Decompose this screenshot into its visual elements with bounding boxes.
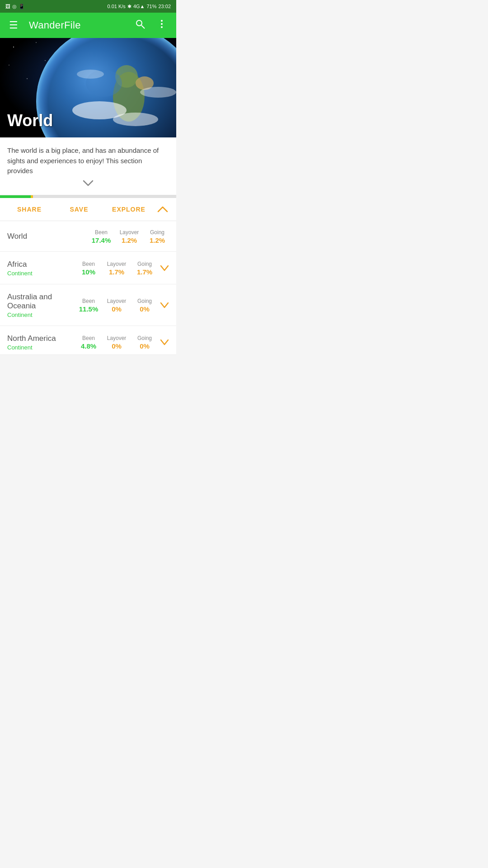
africa-sub: Continent bbox=[7, 270, 77, 277]
svg-point-8 bbox=[36, 42, 37, 43]
stats-row-world: World Been 17.4% Layover 1.2% Going 1.2% bbox=[0, 221, 176, 252]
world-been-label: Been bbox=[89, 229, 113, 236]
africa-name: Africa bbox=[7, 260, 77, 269]
progress-bar-layover bbox=[31, 195, 33, 198]
save-button[interactable]: SAVE bbox=[54, 206, 104, 213]
australia-going-value: 0% bbox=[133, 305, 156, 313]
world-name: World bbox=[7, 232, 89, 241]
north-america-been-col: Been 4.8% bbox=[77, 335, 100, 350]
hamburger-icon: ☰ bbox=[9, 19, 18, 31]
north-america-layover-col: Layover 0% bbox=[105, 335, 128, 350]
australia-name: Australia and Oceania bbox=[7, 292, 77, 311]
africa-been-label: Been bbox=[77, 261, 100, 267]
svg-point-12 bbox=[45, 60, 46, 61]
australia-layover-label: Layover bbox=[105, 298, 128, 304]
battery-level: 71% bbox=[146, 4, 156, 9]
hero-title: World bbox=[7, 111, 53, 130]
africa-been-col: Been 10% bbox=[77, 261, 100, 276]
status-bar: 🖼 ◎ 📱 0.01 K/s ✱ 4G▲ 71% 23:02 bbox=[0, 0, 176, 13]
chevron-up-icon bbox=[157, 206, 168, 212]
north-america-name: North America bbox=[7, 334, 77, 343]
description-section: The world is a big place, and has an abu… bbox=[0, 137, 176, 195]
network-icon: 4G▲ bbox=[133, 4, 145, 9]
search-button[interactable] bbox=[133, 17, 147, 34]
svg-point-11 bbox=[27, 78, 28, 79]
share-button[interactable]: SHARE bbox=[5, 206, 54, 213]
time-display: 23:02 bbox=[158, 4, 171, 9]
stats-row-australia[interactable]: Australia and Oceania Continent Been 11.… bbox=[0, 284, 176, 326]
world-layover-value: 1.2% bbox=[117, 236, 141, 244]
north-america-sub: Continent bbox=[7, 344, 77, 351]
expand-description-button[interactable] bbox=[7, 176, 169, 190]
photo-icon: 🖼 bbox=[5, 4, 10, 9]
menu-button[interactable]: ☰ bbox=[7, 18, 20, 33]
world-going-label: Going bbox=[145, 229, 169, 236]
stats-row-africa[interactable]: Africa Continent Been 10% Layover 1.7% G… bbox=[0, 252, 176, 284]
world-stats-values: Been 17.4% Layover 1.2% Going 1.2% bbox=[89, 229, 169, 244]
north-america-been-value: 4.8% bbox=[77, 342, 100, 350]
north-america-stats-values: Been 4.8% Layover 0% Going 0% bbox=[77, 335, 156, 350]
app-bar: ☰ WanderFile bbox=[0, 13, 176, 38]
africa-layover-label: Layover bbox=[105, 261, 128, 267]
world-been-col: Been 17.4% bbox=[89, 229, 113, 244]
svg-point-2 bbox=[161, 20, 163, 22]
north-america-layover-value: 0% bbox=[105, 342, 128, 350]
australia-expand-button[interactable] bbox=[160, 299, 169, 311]
australia-sub: Continent bbox=[7, 311, 77, 318]
stats-row-north-america[interactable]: North America Continent Been 4.8% Layove… bbox=[0, 326, 176, 355]
north-america-going-col: Going 0% bbox=[133, 335, 156, 350]
speed-indicator: 0.01 K/s bbox=[108, 4, 126, 9]
svg-point-27 bbox=[36, 38, 176, 137]
location-world: World bbox=[7, 232, 89, 241]
svg-point-7 bbox=[13, 47, 14, 47]
status-right: 0.01 K/s ✱ 4G▲ 71% 23:02 bbox=[108, 4, 171, 9]
chevron-down-icon bbox=[160, 265, 169, 271]
australia-been-value: 11.5% bbox=[77, 305, 100, 313]
africa-layover-col: Layover 1.7% bbox=[105, 261, 128, 276]
more-options-button[interactable] bbox=[155, 17, 169, 34]
africa-expand-button[interactable] bbox=[160, 262, 169, 274]
north-america-expand-button[interactable] bbox=[160, 336, 169, 348]
north-america-layover-label: Layover bbox=[105, 335, 128, 341]
chevron-down-icon bbox=[83, 180, 94, 186]
world-layover-col: Layover 1.2% bbox=[117, 229, 141, 244]
app-title: WanderFile bbox=[29, 19, 133, 31]
australia-layover-col: Layover 0% bbox=[105, 298, 128, 313]
africa-layover-value: 1.7% bbox=[105, 268, 128, 276]
world-layover-label: Layover bbox=[117, 229, 141, 236]
africa-going-col: Going 1.7% bbox=[133, 261, 156, 276]
collapse-button[interactable] bbox=[154, 203, 172, 215]
app-bar-icons bbox=[133, 17, 169, 34]
australia-been-col: Been 11.5% bbox=[77, 298, 100, 313]
australia-going-label: Going bbox=[133, 298, 156, 304]
status-left: 🖼 ◎ 📱 bbox=[5, 4, 25, 9]
hero-image-container: World bbox=[0, 38, 176, 137]
australia-stats-values: Been 11.5% Layover 0% Going 0% bbox=[77, 298, 156, 313]
description-text: The world is a big place, and has an abu… bbox=[7, 146, 169, 176]
phone-icon: 📱 bbox=[19, 4, 25, 9]
north-america-been-label: Been bbox=[77, 335, 100, 341]
circle-icon: ◎ bbox=[12, 4, 17, 9]
north-america-going-value: 0% bbox=[133, 342, 156, 350]
north-america-going-label: Going bbox=[133, 335, 156, 341]
svg-line-1 bbox=[141, 25, 145, 28]
africa-been-value: 10% bbox=[77, 268, 100, 276]
australia-been-label: Been bbox=[77, 298, 100, 304]
location-north-america: North America Continent bbox=[7, 334, 77, 351]
world-been-value: 17.4% bbox=[89, 236, 113, 244]
svg-point-0 bbox=[136, 20, 142, 26]
chevron-down-icon bbox=[160, 339, 169, 345]
svg-point-10 bbox=[9, 65, 9, 65]
bluetooth-icon: ✱ bbox=[127, 4, 131, 9]
africa-going-label: Going bbox=[133, 261, 156, 267]
explore-button[interactable]: EXPLORE bbox=[104, 206, 154, 213]
more-icon bbox=[156, 19, 167, 32]
australia-going-col: Going 0% bbox=[133, 298, 156, 313]
location-australia: Australia and Oceania Continent bbox=[7, 292, 77, 318]
world-going-col: Going 1.2% bbox=[145, 229, 169, 244]
africa-stats-values: Been 10% Layover 1.7% Going 1.7% bbox=[77, 261, 156, 276]
africa-going-value: 1.7% bbox=[133, 268, 156, 276]
svg-point-3 bbox=[161, 23, 163, 25]
world-going-value: 1.2% bbox=[145, 236, 169, 244]
action-row: SHARE SAVE EXPLORE bbox=[0, 198, 176, 221]
